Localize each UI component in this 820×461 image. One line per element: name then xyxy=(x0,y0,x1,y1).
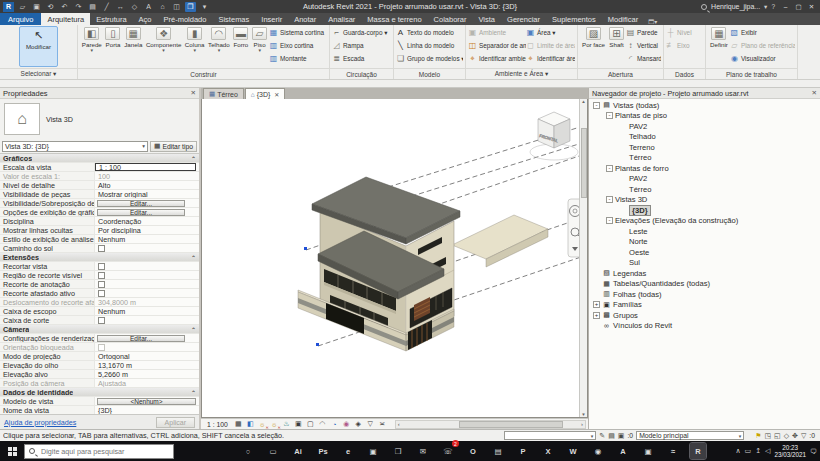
tree-item[interactable]: ∞ Vínculos do Revit xyxy=(589,321,820,332)
tree-expander-icon[interactable]: - xyxy=(606,112,613,119)
status-tip-icon[interactable]: ⚑ xyxy=(755,432,761,440)
property-row[interactable]: Região de recorte visível ⌃ xyxy=(0,271,199,280)
cortana-icon[interactable]: ○ xyxy=(240,443,256,459)
unlocked-view-icon[interactable]: ◠ xyxy=(317,420,328,429)
spotify-icon[interactable]: ≈ xyxy=(665,443,681,459)
property-row[interactable]: Caminho do sol ⌃ xyxy=(0,244,199,253)
redo-icon[interactable]: ↷ xyxy=(73,2,84,12)
tree-item[interactable]: ▧ Legendas xyxy=(589,268,820,279)
property-value[interactable]: Ortogonal xyxy=(95,352,199,360)
tree-item[interactable]: Terreno xyxy=(589,142,820,153)
property-value[interactable]: Editar... xyxy=(97,335,185,342)
property-row[interactable]: Posição da câmera Ajustada ⌃ xyxy=(0,379,199,388)
tree-expander-icon[interactable]: - xyxy=(606,217,613,224)
level-icon[interactable]: ┼ Nível xyxy=(666,26,703,39)
property-row[interactable]: Elevação alvo 5,2660 m ⌃ xyxy=(0,370,199,379)
whatsapp-icon[interactable]: ☏ 2 xyxy=(440,443,456,459)
tag-icon[interactable]: ◇ xyxy=(129,2,140,12)
constraints-icon[interactable]: ≍ xyxy=(377,420,388,429)
property-row[interactable]: Dados de identidade ⌃ xyxy=(0,388,199,397)
view-cube[interactable]: FRONTAL xyxy=(530,112,578,160)
property-value[interactable] xyxy=(98,263,105,270)
edit-type-button[interactable]: ▦ Editar tipo xyxy=(150,141,197,152)
ribbon-tab[interactable]: Massa e terreno xyxy=(361,13,427,25)
notifications-icon[interactable]: 🗨 xyxy=(810,448,817,455)
dormer-opening-icon[interactable]: ◜ Mansarda xyxy=(626,52,661,65)
help-icon[interactable]: ? xyxy=(771,3,775,10)
mail-icon[interactable]: ✉ xyxy=(415,443,431,459)
ribbon-tab[interactable]: Sistemas xyxy=(212,13,255,25)
property-value[interactable] xyxy=(98,281,105,288)
property-row[interactable]: Caixa de corte ⌃ xyxy=(0,316,199,325)
property-value[interactable]: 13,1670 m xyxy=(95,361,199,369)
panel-label-construir[interactable]: Construir xyxy=(78,68,329,79)
word-icon[interactable]: W xyxy=(565,443,581,459)
sun-path-icon[interactable]: ☼ xyxy=(257,420,268,429)
taskbar-clock[interactable]: 20:23 23/03/2021 xyxy=(774,444,806,458)
onedrive-icon[interactable]: ↥ xyxy=(755,447,761,455)
view-scale-button[interactable]: 1 : 100 xyxy=(203,421,232,428)
tree-item[interactable]: Térreo xyxy=(589,153,820,164)
revit-taskbar-icon[interactable]: R xyxy=(690,443,706,459)
panel-label-modelo[interactable]: Modelo xyxy=(394,68,465,79)
door-icon[interactable]: ▯ Porta xyxy=(104,26,123,67)
panel-label-abertura[interactable]: Abertura xyxy=(578,68,663,79)
property-row[interactable]: Nível de detalhe Alto ⌃ xyxy=(0,181,199,190)
model-group-icon[interactable]: ❏ Grupo de modelos ▾ xyxy=(396,52,463,65)
tree-item[interactable]: Térreo xyxy=(589,184,820,195)
photoshop-icon[interactable]: Ps xyxy=(315,443,331,459)
aligned-dimension-icon[interactable]: ↔ xyxy=(115,2,126,12)
curtain-system-icon[interactable]: ▦ Sistema cortina xyxy=(269,26,327,39)
hide-analytical-icon[interactable]: ▽ xyxy=(365,420,376,429)
reveal-hidden-icon[interactable]: ◉ xyxy=(341,420,352,429)
sync-icon[interactable]: ⟲ xyxy=(45,2,56,12)
tree-item[interactable]: + ▣ Famílias xyxy=(589,300,820,311)
tree-item[interactable]: + ▩ Grupos xyxy=(589,310,820,321)
tree-item[interactable]: PAV2 xyxy=(589,174,820,185)
property-row[interactable]: Mostrar linhas ocultas Por disciplina ⌃ xyxy=(0,226,199,235)
curtain-grid-icon[interactable]: ▥ Eixo cortina xyxy=(269,39,327,52)
close-button[interactable]: ✕ xyxy=(805,1,818,12)
design-options-icon[interactable]: ▣ xyxy=(618,432,625,440)
volume-icon[interactable]: ◁ xyxy=(765,447,770,455)
show-workplane-icon[interactable]: ▧ Exibir xyxy=(730,26,795,39)
set-workplane-icon[interactable]: ▦ Definir xyxy=(708,26,730,67)
property-value[interactable]: 304,8000 m xyxy=(95,298,199,306)
section-pin-icon[interactable]: ⌃ xyxy=(191,389,196,396)
property-row[interactable]: Extensões ⌃ xyxy=(0,253,199,262)
store-icon[interactable]: ▣ xyxy=(365,443,381,459)
tree-item[interactable]: Telhado xyxy=(589,132,820,143)
property-value[interactable]: Editar... xyxy=(97,200,185,207)
explorer-icon[interactable]: ▤ xyxy=(490,443,506,459)
vertical-opening-icon[interactable]: ↕ Vertical xyxy=(626,39,661,52)
start-button[interactable] xyxy=(0,441,24,461)
ribbon-tab[interactable]: Inserir xyxy=(255,13,288,25)
property-row[interactable]: Opções de exibição de gráficos Editar...… xyxy=(0,208,199,217)
property-value[interactable] xyxy=(98,245,105,252)
design-options-dropdown[interactable]: Modelo principal ▾ xyxy=(636,431,744,440)
drawing-area[interactable]: FRONTAL ▲ ▼ xyxy=(201,99,588,418)
model-line-icon[interactable]: ╲ Linha do modelo xyxy=(396,39,463,52)
model-text-icon[interactable]: A Texto do modelo xyxy=(396,26,463,39)
area-boundary-icon[interactable]: ◻ Limite de área xyxy=(526,39,575,52)
view-tab[interactable]: ⌂ {3D} ✕ xyxy=(245,88,286,99)
tab-arquivo[interactable]: Arquivo xyxy=(0,13,41,25)
tray-expand-icon[interactable]: ∧ xyxy=(735,447,740,455)
tree-item[interactable]: - Vistas 3D xyxy=(589,195,820,206)
powerpoint-icon[interactable]: P xyxy=(515,443,531,459)
grid-icon[interactable]: ≢ Eixo xyxy=(666,39,703,52)
panel-state-toggle-icon[interactable]: 🗖▾ xyxy=(648,18,657,25)
task-view-icon[interactable]: ▭ xyxy=(265,443,281,459)
opening-by-face-icon[interactable]: ▨ Por face xyxy=(580,26,607,67)
ribbon-tab[interactable]: Analisar xyxy=(322,13,361,25)
panel-label-plano-de-trabalho[interactable]: Plano de trabalho xyxy=(706,68,797,79)
tree-item[interactable]: - ▤ Vistas (todas) xyxy=(589,100,820,111)
tree-item[interactable]: - Plantas de piso xyxy=(589,111,820,122)
property-row[interactable]: Disciplina Coordenação ⌃ xyxy=(0,217,199,226)
signed-in-user[interactable]: Henrique_jipa... xyxy=(711,3,760,10)
terrain-patio[interactable] xyxy=(452,215,548,267)
property-row[interactable]: Visibilidade de peças Mostrar original ⌃ xyxy=(0,190,199,199)
opera-icon[interactable]: O xyxy=(465,443,481,459)
tree-item[interactable]: Oeste xyxy=(589,247,820,258)
print-icon[interactable]: ▤ xyxy=(87,2,98,12)
